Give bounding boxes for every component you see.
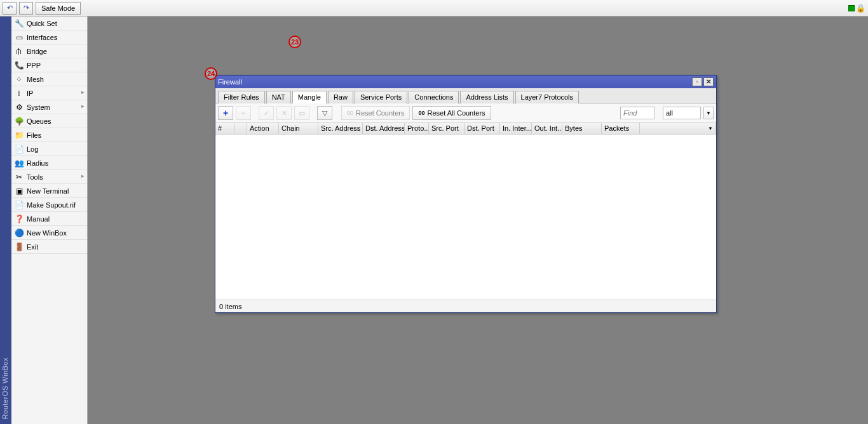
sidebar-icon: 📞 [14,60,24,70]
tab-mangle[interactable]: Mangle [292,91,327,103]
find-input[interactable] [620,107,655,119]
sidebar-icon: 🔵 [14,228,24,238]
sidebar-item-system[interactable]: ⚙System▸ [11,100,87,114]
sidebar-item-manual[interactable]: ❓Manual [11,212,87,226]
sidebar-icon: ❓ [14,214,24,224]
enable-button[interactable]: ✓ [259,106,274,120]
check-icon: ✓ [264,109,269,117]
sidebar-item-quick-set[interactable]: 🔧Quick Set [11,17,87,30]
table-header: #ActionChainSrc. AddressDst. AddressProt… [215,123,716,135]
tab-service-ports[interactable]: Service Ports [355,91,407,103]
column-header[interactable]: In. Inter... [500,123,532,134]
sidebar-item-exit[interactable]: 🚪Exit [11,240,87,254]
column-header[interactable]: Bytes [562,123,602,134]
chevron-down-icon: ▼ [708,126,713,131]
sidebar-label: Queues [27,117,51,125]
sidebar-label: Mesh [27,76,44,83]
redo-button[interactable]: ↷ [19,2,33,15]
sidebar-icon: ⚙ [14,102,24,112]
sidebar-item-ppp[interactable]: 📞PPP [11,58,87,72]
column-header[interactable]: # [215,123,234,134]
table-body [215,135,716,300]
column-header[interactable]: Chain [279,123,318,134]
sidebar-label: IP [27,89,33,97]
column-header[interactable]: Action [247,123,279,134]
tab-address-lists[interactable]: Address Lists [460,91,513,103]
sidebar-item-new-winbox[interactable]: 🔵New WinBox [11,226,87,240]
reset-all-counters-button[interactable]: 00Reset All Counters [412,106,491,120]
counter-icon: 00 [347,110,353,116]
tab-layer7-protocols[interactable]: Layer7 Protocols [515,91,580,103]
sidebar-icon: 🚪 [14,242,24,252]
sidebar-icon: 📄 [14,144,24,154]
column-header[interactable]: Dst. Address [363,123,405,134]
submenu-arrow-icon: ▸ [81,173,85,179]
filter-select[interactable]: all [663,107,701,119]
sidebar-item-ip[interactable]: ⁞IP▸ [11,86,87,100]
disable-button[interactable]: ✕ [276,106,292,120]
sidebar-item-mesh[interactable]: ⁘Mesh [11,72,87,86]
reset-counters-button[interactable]: 00Reset Counters [341,106,410,120]
window-statusbar: 0 items [215,300,716,312]
reset-all-counters-label: Reset All Counters [427,109,485,117]
sidebar-label: New Terminal [27,187,69,195]
filter-dropdown-button[interactable]: ▼ [703,107,714,119]
annotation-23: 23 [288,36,301,48]
filter-button[interactable]: ▽ [317,106,332,120]
column-header[interactable]: Src. Address [318,123,363,134]
tab-connections[interactable]: Connections [409,91,459,103]
tab-nat[interactable]: NAT [266,91,291,103]
counter-bold-icon: 00 [418,110,424,116]
column-header[interactable]: Src. Port [429,123,465,134]
comment-button[interactable]: ▭ [294,106,309,120]
column-menu-button[interactable]: ▼ [640,123,716,134]
status-indicator-icon [848,5,855,11]
column-header[interactable]: Packets [602,123,640,134]
sidebar: 🔧Quick Set▭Interfaces⫛Bridge📞PPP⁘Mesh⁞IP… [11,17,88,424]
sidebar-icon: ⁞ [14,88,24,98]
redo-icon: ↷ [24,4,29,12]
sidebar-item-make-supout-rif[interactable]: 📄Make Supout.rif [11,198,87,212]
lock-icon: 🔒 [856,4,865,13]
sidebar-label: Manual [27,215,50,223]
funnel-icon: ▽ [322,109,327,117]
left-rail: RouterOS WinBox [0,17,11,424]
minus-icon: − [241,109,245,117]
window-titlebar[interactable]: Firewall ▫ ✕ [215,76,716,88]
sidebar-item-new-terminal[interactable]: ▣New Terminal [11,184,87,198]
minimize-button[interactable]: ▫ [692,77,702,86]
close-button[interactable]: ✕ [703,77,714,86]
sidebar-item-tools[interactable]: ✂Tools▸ [11,170,87,184]
undo-icon: ↶ [7,4,13,12]
status-text: 0 items [219,303,241,310]
sidebar-icon: 📄 [14,200,24,210]
window-tabs: Filter RulesNATMangleRawService PortsCon… [215,88,716,103]
sidebar-item-radius[interactable]: 👥Radius [11,156,87,170]
tab-filter-rules[interactable]: Filter Rules [218,91,265,103]
chevron-down-icon: ▼ [706,110,711,116]
add-button[interactable]: + [218,106,233,120]
sidebar-icon: ▣ [14,186,24,196]
sidebar-item-files[interactable]: 📁Files [11,128,87,142]
safe-mode-button[interactable]: Safe Mode [36,2,81,15]
column-header[interactable]: Out. Int... [532,123,562,134]
tab-raw[interactable]: Raw [328,91,353,103]
sidebar-item-interfaces[interactable]: ▭Interfaces [11,30,87,44]
remove-button[interactable]: − [236,106,251,120]
submenu-arrow-icon: ▸ [81,103,85,109]
sidebar-label: Quick Set [27,20,57,27]
topbar-status: 🔒 [848,4,865,13]
column-header[interactable]: Dst. Port [465,123,500,134]
sidebar-label: Files [27,131,41,139]
sidebar-item-queues[interactable]: 🌳Queues [11,114,87,128]
sidebar-item-log[interactable]: 📄Log [11,142,87,156]
sidebar-icon: ▭ [14,32,24,43]
column-header[interactable]: Proto... [405,123,429,134]
safe-mode-label: Safe Mode [41,4,75,12]
window-toolbar: + − ✓ ✕ ▭ ▽ 00Reset Counters 00Reset All… [215,103,716,123]
sidebar-item-bridge[interactable]: ⫛Bridge [11,44,87,58]
undo-button[interactable]: ↶ [3,2,17,15]
sidebar-icon: 🌳 [14,116,24,126]
column-header[interactable] [234,123,247,134]
sidebar-label: Bridge [27,48,47,55]
